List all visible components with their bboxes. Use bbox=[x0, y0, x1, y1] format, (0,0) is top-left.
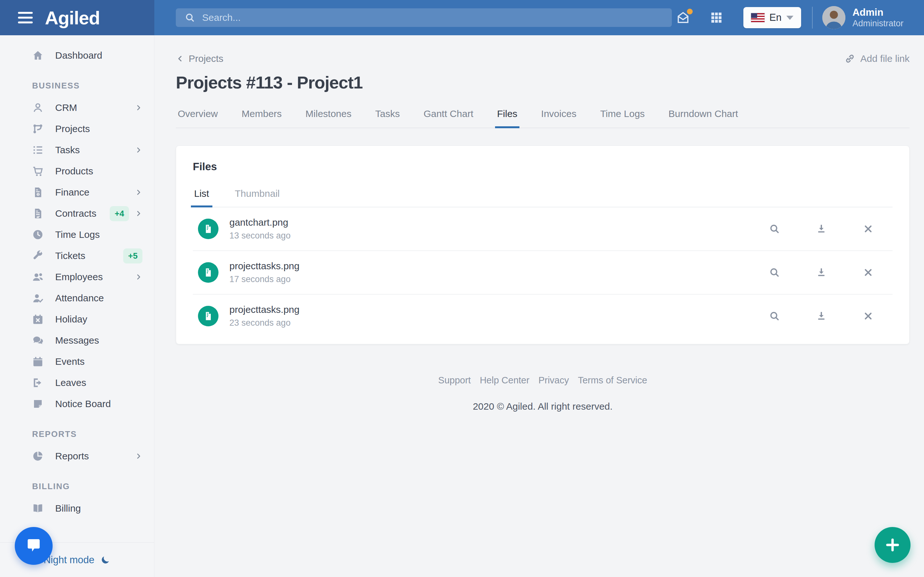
chevron-right-icon bbox=[135, 146, 142, 154]
footer-link-help-center[interactable]: Help Center bbox=[480, 375, 529, 386]
add-new-fab[interactable] bbox=[875, 527, 911, 563]
sidebar-item-label: Notice Board bbox=[55, 398, 111, 409]
user-icon bbox=[32, 102, 44, 113]
page-title: Projects #113 - Project1 bbox=[176, 73, 909, 92]
tab-burndown-chart[interactable]: Burndown Chart bbox=[667, 108, 740, 127]
sidebar-item-billing[interactable]: Billing bbox=[0, 498, 154, 519]
tasks-icon bbox=[32, 144, 44, 156]
file-row: projecttasks.png17 seconds ago bbox=[193, 251, 893, 295]
search-input[interactable] bbox=[202, 12, 663, 23]
sidebar-item-attendance[interactable]: Attendance bbox=[0, 287, 154, 309]
download-file-button[interactable] bbox=[814, 266, 829, 279]
close-icon bbox=[863, 223, 874, 234]
search-icon bbox=[185, 13, 195, 23]
sidebar-item-employees[interactable]: Employees bbox=[0, 266, 154, 287]
sidebar-item-projects[interactable]: Projects bbox=[0, 118, 154, 139]
file-name: gantchart.png bbox=[229, 217, 291, 228]
delete-file-button[interactable] bbox=[861, 266, 875, 279]
file-time: 17 seconds ago bbox=[229, 274, 299, 284]
language-selector[interactable]: En bbox=[743, 7, 801, 28]
download-icon bbox=[816, 223, 827, 234]
download-file-button[interactable] bbox=[814, 309, 829, 323]
sidebar-item-leaves[interactable]: Leaves bbox=[0, 372, 154, 393]
tab-tasks[interactable]: Tasks bbox=[373, 108, 402, 127]
file-type-badge bbox=[198, 262, 218, 283]
file-icon bbox=[203, 311, 213, 321]
footer-link-privacy[interactable]: Privacy bbox=[538, 375, 569, 386]
sidebar-item-finance[interactable]: Finance bbox=[0, 182, 154, 203]
sidebar-item-label: Finance bbox=[55, 187, 89, 198]
sidebar-item-time-logs[interactable]: Time Logs bbox=[0, 224, 154, 245]
delete-file-button[interactable] bbox=[861, 309, 875, 323]
tab-time-logs[interactable]: Time Logs bbox=[598, 108, 647, 127]
footer: SupportHelp CenterPrivacyTerms of Servic… bbox=[176, 375, 909, 412]
tab-invoices[interactable]: Invoices bbox=[540, 108, 578, 127]
sign-out-icon bbox=[32, 377, 44, 388]
sidebar-item-tickets[interactable]: Tickets+5 bbox=[0, 245, 154, 266]
delete-file-button[interactable] bbox=[861, 222, 875, 236]
sidebar-item-holiday[interactable]: Holiday bbox=[0, 309, 154, 330]
tab-overview[interactable]: Overview bbox=[176, 108, 220, 127]
footer-link-support[interactable]: Support bbox=[438, 375, 471, 386]
chat-widget-button[interactable] bbox=[15, 527, 53, 565]
menu-icon[interactable] bbox=[18, 12, 33, 23]
file-type-badge bbox=[198, 306, 218, 326]
sidebar-item-tasks[interactable]: Tasks bbox=[0, 139, 154, 161]
top-bar-main: En Admin Administrator bbox=[154, 0, 924, 35]
chat-icon bbox=[25, 537, 43, 555]
file-name: projecttasks.png bbox=[229, 304, 299, 315]
link-icon bbox=[845, 53, 855, 64]
download-file-button[interactable] bbox=[814, 222, 829, 236]
files-card: Files ListThumbnail gantchart.png13 seco… bbox=[176, 145, 909, 344]
sidebar-item-label: CRM bbox=[55, 102, 77, 113]
sidebar-item-reports[interactable]: Reports bbox=[0, 446, 154, 467]
branch-icon bbox=[32, 123, 44, 135]
preview-file-button[interactable] bbox=[767, 222, 782, 236]
sidebar-item-messages[interactable]: Messages bbox=[0, 330, 154, 351]
home-icon bbox=[32, 50, 44, 61]
sidebar-item-products[interactable]: Products bbox=[0, 161, 154, 182]
sidebar-item-crm[interactable]: CRM bbox=[0, 97, 154, 118]
calendar-icon bbox=[32, 356, 44, 367]
sidebar-item-label: Time Logs bbox=[55, 229, 100, 240]
comments-icon bbox=[32, 335, 44, 346]
tab-members[interactable]: Members bbox=[240, 108, 284, 127]
app-logo: Agiled bbox=[45, 7, 100, 29]
breadcrumb[interactable]: Projects bbox=[176, 53, 223, 64]
sidebar-section-title: BUSINESS bbox=[0, 66, 154, 97]
mail-notification-button[interactable] bbox=[675, 10, 691, 25]
tab-files[interactable]: Files bbox=[495, 108, 519, 127]
sidebar-item-notice-board[interactable]: Notice Board bbox=[0, 393, 154, 414]
view-tab-list[interactable]: List bbox=[193, 188, 210, 207]
file-type-badge bbox=[198, 219, 218, 239]
file-name: projecttasks.png bbox=[229, 261, 299, 271]
user-menu[interactable]: Admin Administrator bbox=[822, 6, 903, 29]
apps-grid-button[interactable] bbox=[709, 10, 724, 25]
tab-gantt-chart[interactable]: Gantt Chart bbox=[422, 108, 475, 127]
sidebar-item-dashboard[interactable]: Dashboard bbox=[0, 45, 154, 66]
chevron-right-icon bbox=[135, 452, 142, 460]
chart-pie-icon bbox=[32, 450, 44, 462]
add-file-link-button[interactable]: Add file link bbox=[845, 53, 909, 64]
view-tab-thumbnail[interactable]: Thumbnail bbox=[234, 188, 281, 207]
header-divider bbox=[812, 7, 813, 29]
tab-milestones[interactable]: Milestones bbox=[304, 108, 353, 127]
footer-link-terms-of-service[interactable]: Terms of Service bbox=[578, 375, 647, 386]
contract-icon bbox=[32, 208, 44, 219]
sidebar-item-label: Tasks bbox=[55, 145, 80, 155]
preview-file-button[interactable] bbox=[767, 309, 782, 323]
file-row: projecttasks.png23 seconds ago bbox=[193, 295, 893, 338]
sidebar-item-label: Tickets bbox=[55, 250, 86, 261]
preview-file-button[interactable] bbox=[767, 266, 782, 279]
sidebar-item-label: Leaves bbox=[55, 377, 86, 388]
sidebar-item-contracts[interactable]: Contracts+4 bbox=[0, 203, 154, 224]
user-role: Administrator bbox=[853, 18, 903, 29]
wrench-icon bbox=[32, 250, 44, 261]
users-icon bbox=[32, 271, 44, 283]
magnifier-icon bbox=[769, 311, 780, 322]
sidebar-item-events[interactable]: Events bbox=[0, 351, 154, 372]
close-icon bbox=[863, 267, 874, 278]
sticky-note-icon bbox=[32, 398, 44, 410]
file-time: 23 seconds ago bbox=[229, 318, 299, 328]
night-mode-label: Night mode bbox=[44, 554, 95, 566]
